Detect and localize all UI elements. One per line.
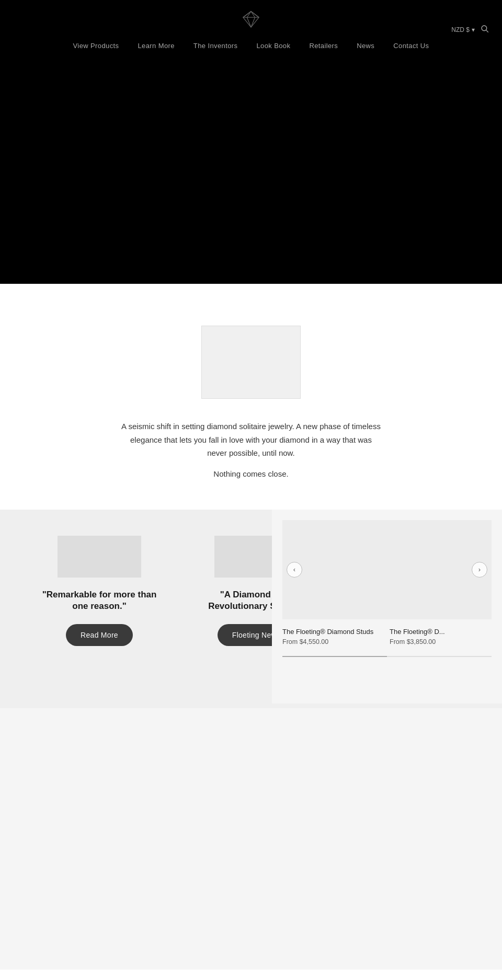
site-header: View Products Learn More The Inventors L… [0,0,502,59]
products-preview-section: ‹ › The Floeting® Diamond Studs From $4,… [272,510,502,704]
press-card-1: "Remarkable for more than one reason." R… [26,536,173,673]
product-1-price: From $4,550.00 [282,638,384,645]
carousel-progress-fill [282,656,387,657]
svg-marker-0 [243,11,259,27]
hero-section [0,59,502,284]
press-card-1-read-more-button[interactable]: Read More [66,624,133,646]
currency-dropdown-icon: ▾ [472,26,475,33]
press-card-1-title: "Remarkable for more than one reason." [26,589,173,613]
press-cards-container: "Remarkable for more than one reason." R… [26,536,256,673]
svg-line-4 [247,11,251,17]
product-carousel: ‹ › The Floeting® Diamond Studs From $4,… [272,510,502,668]
carousel-next-button[interactable]: › [472,562,487,578]
press-card-1-image [58,536,141,578]
bottom-section [0,708,502,970]
press-section: "Remarkable for more than one reason." R… [0,510,272,704]
nav-learn-more[interactable]: Learn More [138,42,174,50]
search-button[interactable] [480,24,489,36]
product-item-2: The Floeting® D... From $3,850.00 [390,628,492,646]
svg-line-3 [251,11,259,17]
nav-retailers[interactable]: Retailers [309,42,338,50]
nav-view-products[interactable]: View Products [73,42,119,50]
product-2-price: From $3,850.00 [390,638,492,645]
nav-contact-us[interactable]: Contact Us [393,42,429,50]
diamond-logo-icon[interactable] [241,9,261,31]
intro-section: A seismic shift in setting diamond solit… [0,284,502,510]
svg-line-2 [243,11,251,17]
main-nav: View Products Learn More The Inventors L… [0,39,502,53]
product-main-image: ‹ › [282,520,492,619]
intro-image [201,326,301,399]
svg-point-8 [482,26,487,31]
intro-tagline: Nothing comes close. [21,469,481,478]
intro-main-text: A seismic shift in setting diamond solit… [120,420,382,460]
svg-line-5 [251,11,255,17]
product-pair: The Floeting® Diamond Studs From $4,550.… [282,628,492,646]
svg-line-7 [251,17,255,27]
press-products-inner: "Remarkable for more than one reason." R… [0,510,502,704]
header-utilities: NZD $ ▾ [451,24,489,36]
press-products-section: "Remarkable for more than one reason." R… [0,510,502,708]
nav-look-book[interactable]: Look Book [256,42,290,50]
currency-selector[interactable]: NZD $ ▾ [451,26,475,33]
product-1-name: The Floeting® Diamond Studs [282,628,384,637]
currency-value: NZD $ [451,26,470,33]
carousel-progress-bar [282,656,492,657]
svg-line-6 [247,17,251,27]
nav-news[interactable]: News [357,42,374,50]
product-2-name: The Floeting® D... [390,628,492,637]
product-item-1: The Floeting® Diamond Studs From $4,550.… [282,628,384,646]
nav-the-inventors[interactable]: The Inventors [193,42,238,50]
svg-line-9 [486,30,488,32]
carousel-prev-button[interactable]: ‹ [287,562,302,578]
logo-container [0,9,502,31]
